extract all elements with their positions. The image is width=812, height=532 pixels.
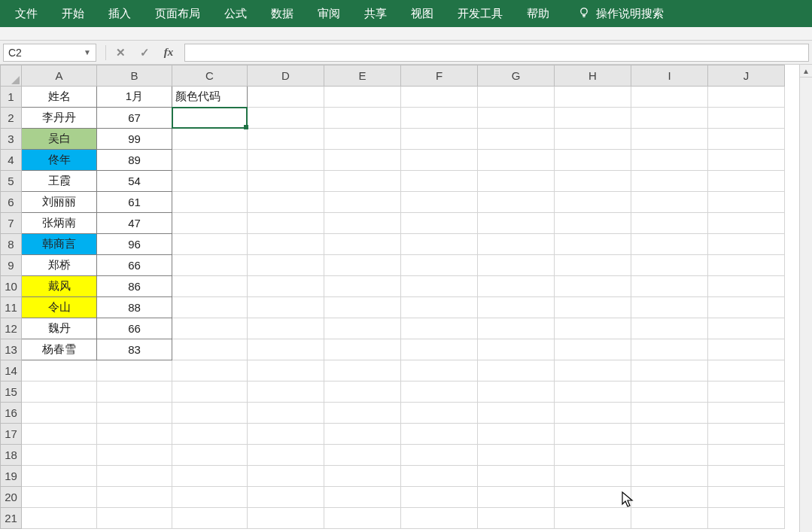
cell-G21[interactable] [478,508,555,529]
cell-D4[interactable] [248,150,324,171]
cell-G9[interactable] [478,255,555,276]
cell-J9[interactable] [708,255,785,276]
cell-F3[interactable] [401,129,478,150]
cell-A11[interactable]: 令山 [22,297,97,318]
cell-H11[interactable] [555,297,631,318]
cell-A14[interactable] [22,360,97,382]
cell-D10[interactable] [248,276,324,297]
cell-E3[interactable] [324,129,401,150]
column-header-I[interactable]: I [631,65,708,87]
cell-F18[interactable] [401,445,478,466]
cell-E13[interactable] [324,339,401,360]
cell-I7[interactable] [631,213,708,234]
cell-C12[interactable] [172,318,248,339]
cell-A5[interactable]: 王霞 [22,171,97,192]
row-header-9[interactable]: 9 [1,255,22,276]
cell-B6[interactable]: 61 [97,192,172,213]
cell-J8[interactable] [708,234,785,255]
menu-home[interactable]: 开始 [50,0,96,27]
cell-J15[interactable] [708,382,785,403]
cell-C1[interactable]: 颜色代码 [172,87,248,108]
cell-H4[interactable] [555,150,631,171]
cell-F21[interactable] [401,508,478,529]
cell-H18[interactable] [555,445,631,466]
cell-C4[interactable] [172,150,248,171]
cell-J13[interactable] [708,339,785,360]
cell-G6[interactable] [478,192,555,213]
cell-C10[interactable] [172,276,248,297]
cell-B21[interactable] [97,508,172,529]
cell-G14[interactable] [478,360,555,382]
cell-B9[interactable]: 66 [97,255,172,276]
select-all-corner[interactable] [1,65,22,87]
cell-C2[interactable] [172,108,248,129]
cell-J21[interactable] [708,508,785,529]
cell-I13[interactable] [631,339,708,360]
cell-A15[interactable] [22,382,97,403]
cell-J12[interactable] [708,318,785,339]
cell-B7[interactable]: 47 [97,213,172,234]
cell-G10[interactable] [478,276,555,297]
cell-E10[interactable] [324,276,401,297]
cell-B3[interactable]: 99 [97,129,172,150]
row-header-21[interactable]: 21 [1,508,22,529]
name-box[interactable]: C2 ▼ [3,44,96,62]
cell-F9[interactable] [401,255,478,276]
row-header-15[interactable]: 15 [1,382,22,403]
row-header-16[interactable]: 16 [1,403,22,424]
cell-E2[interactable] [324,108,401,129]
cell-D19[interactable] [248,466,324,487]
cell-D16[interactable] [248,403,324,424]
spreadsheet-grid[interactable]: ABCDEFGHIJ1姓名1月颜色代码2李丹丹673吴白994佟年895王霞54… [0,65,812,529]
cancel-formula-button[interactable]: ✕ [109,44,132,62]
cell-A12[interactable]: 魏丹 [22,318,97,339]
row-header-4[interactable]: 4 [1,150,22,171]
menu-devtools[interactable]: 开发工具 [446,0,515,27]
column-header-J[interactable]: J [708,65,785,87]
cell-E18[interactable] [324,445,401,466]
insert-function-button[interactable]: fx [157,44,180,62]
cell-G12[interactable] [478,318,555,339]
cell-B10[interactable]: 86 [97,276,172,297]
cell-A18[interactable] [22,445,97,466]
cell-A4[interactable]: 佟年 [22,150,97,171]
cell-C14[interactable] [172,360,248,382]
cell-J14[interactable] [708,360,785,382]
row-header-10[interactable]: 10 [1,276,22,297]
cell-D18[interactable] [248,445,324,466]
cell-D21[interactable] [248,508,324,529]
cell-H20[interactable] [555,487,631,508]
cell-D8[interactable] [248,234,324,255]
cell-A1[interactable]: 姓名 [22,87,97,108]
cell-B8[interactable]: 96 [97,234,172,255]
cell-H7[interactable] [555,213,631,234]
cell-G8[interactable] [478,234,555,255]
cell-H19[interactable] [555,466,631,487]
cell-H10[interactable] [555,276,631,297]
cell-F6[interactable] [401,192,478,213]
menu-help[interactable]: 帮助 [515,0,561,27]
cell-C5[interactable] [172,171,248,192]
cell-A2[interactable]: 李丹丹 [22,108,97,129]
cell-B12[interactable]: 66 [97,318,172,339]
cell-B11[interactable]: 88 [97,297,172,318]
cell-E11[interactable] [324,297,401,318]
cell-A10[interactable]: 戴风 [22,276,97,297]
cell-A13[interactable]: 杨春雪 [22,339,97,360]
cell-H1[interactable] [555,87,631,108]
cell-G17[interactable] [478,424,555,445]
vertical-scrollbar[interactable]: ▲ [799,65,812,532]
cell-B4[interactable]: 89 [97,150,172,171]
cell-E7[interactable] [324,213,401,234]
cell-E1[interactable] [324,87,401,108]
cell-F8[interactable] [401,234,478,255]
cell-H2[interactable] [555,108,631,129]
cell-I8[interactable] [631,234,708,255]
cell-J19[interactable] [708,466,785,487]
cell-G2[interactable] [478,108,555,129]
row-header-17[interactable]: 17 [1,424,22,445]
cell-F13[interactable] [401,339,478,360]
cell-B17[interactable] [97,424,172,445]
cell-A20[interactable] [22,487,97,508]
row-header-19[interactable]: 19 [1,466,22,487]
